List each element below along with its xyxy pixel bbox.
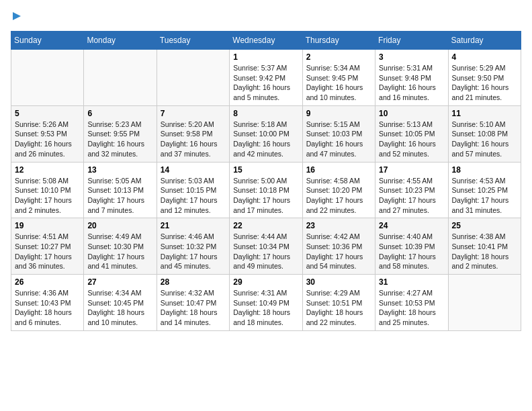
day-info: Sunset: 10:18 PM xyxy=(233,185,298,195)
day-info: Daylight: 18 hours xyxy=(306,308,371,318)
calendar-cell: 31Sunrise: 4:27 AMSunset: 10:53 PMDaylig… xyxy=(375,275,448,331)
day-info: Sunset: 10:41 PM xyxy=(452,242,517,252)
day-info: and 57 minutes. xyxy=(452,149,517,159)
day-info: Sunrise: 4:40 AM xyxy=(379,232,444,242)
day-info: Daylight: 18 hours xyxy=(379,308,444,318)
calendar-cell: 1Sunrise: 5:37 AMSunset: 9:42 PMDaylight… xyxy=(230,50,302,106)
day-info: Daylight: 17 hours xyxy=(452,195,517,205)
day-info: Sunrise: 4:27 AM xyxy=(379,288,444,298)
day-number: 22 xyxy=(233,221,298,230)
day-info: and 22 minutes. xyxy=(306,318,371,328)
day-info: Sunrise: 4:51 AM xyxy=(15,232,80,242)
day-of-week-header: Friday xyxy=(375,32,448,50)
day-info: and 18 minutes. xyxy=(233,318,298,328)
calendar-cell: 13Sunrise: 5:05 AMSunset: 10:13 PMDaylig… xyxy=(84,162,157,218)
day-number: 3 xyxy=(379,52,444,62)
calendar-cell: 3Sunrise: 5:31 AMSunset: 9:48 PMDaylight… xyxy=(375,50,448,106)
calendar-cell: 16Sunrise: 4:58 AMSunset: 10:20 PMDaylig… xyxy=(302,162,375,218)
day-info: and 49 minutes. xyxy=(233,261,298,271)
day-number: 2 xyxy=(306,52,371,62)
calendar-week-row: 12Sunrise: 5:08 AMSunset: 10:10 PMDaylig… xyxy=(11,162,521,218)
calendar-cell: 21Sunrise: 4:46 AMSunset: 10:32 PMDaylig… xyxy=(157,218,229,275)
day-info: Sunset: 10:30 PM xyxy=(87,242,152,252)
day-info: Sunset: 10:13 PM xyxy=(87,185,152,195)
day-info: Sunset: 10:27 PM xyxy=(15,242,80,252)
day-info: Daylight: 17 hours xyxy=(15,195,80,205)
day-info: Sunset: 9:50 PM xyxy=(452,73,517,83)
day-info: Sunrise: 4:55 AM xyxy=(379,176,444,186)
day-info: Sunrise: 5:29 AM xyxy=(452,63,517,73)
day-info: Sunrise: 4:38 AM xyxy=(452,232,517,242)
day-info: Sunset: 10:36 PM xyxy=(306,242,371,252)
day-info: Daylight: 16 hours xyxy=(306,139,371,149)
day-number: 9 xyxy=(306,109,371,118)
calendar-cell: 7Sunrise: 5:20 AMSunset: 9:58 PMDaylight… xyxy=(157,105,229,162)
logo-flag-icon xyxy=(11,11,22,21)
day-info: Sunset: 10:05 PM xyxy=(379,129,444,139)
day-info: and 7 minutes. xyxy=(87,205,152,216)
day-number: 5 xyxy=(15,109,80,118)
calendar-week-row: 1Sunrise: 5:37 AMSunset: 9:42 PMDaylight… xyxy=(11,50,521,106)
day-info: Sunset: 10:34 PM xyxy=(233,242,298,252)
day-of-week-header: Wednesday xyxy=(230,32,302,50)
day-info: and 47 minutes. xyxy=(306,149,371,159)
day-info: Daylight: 18 hours xyxy=(161,308,226,318)
day-info: Sunrise: 4:53 AM xyxy=(452,176,517,186)
day-number: 12 xyxy=(15,165,80,175)
day-info: Sunset: 10:45 PM xyxy=(87,298,152,308)
day-number: 6 xyxy=(87,109,152,118)
calendar-cell: 9Sunrise: 5:15 AMSunset: 10:03 PMDayligh… xyxy=(302,105,375,162)
day-info: Daylight: 17 hours xyxy=(379,195,444,205)
day-info: and 2 minutes. xyxy=(15,205,80,216)
day-info: Daylight: 17 hours xyxy=(161,195,226,205)
day-info: and 27 minutes. xyxy=(379,205,444,216)
day-info: and 6 minutes. xyxy=(15,318,80,328)
calendar-cell: 2Sunrise: 5:34 AMSunset: 9:45 PMDaylight… xyxy=(302,50,375,106)
calendar-cell: 5Sunrise: 5:26 AMSunset: 9:53 PMDaylight… xyxy=(11,105,84,162)
day-info: Sunrise: 5:13 AM xyxy=(379,120,444,130)
day-number: 7 xyxy=(161,109,226,118)
day-info: Sunrise: 4:34 AM xyxy=(87,288,152,298)
day-info: and 21 minutes. xyxy=(452,93,517,103)
day-info: and 12 minutes. xyxy=(161,205,226,216)
day-info: and 54 minutes. xyxy=(306,261,371,271)
day-info: Sunrise: 4:32 AM xyxy=(161,288,226,298)
calendar-cell: 4Sunrise: 5:29 AMSunset: 9:50 PMDaylight… xyxy=(448,50,521,106)
day-info: Sunrise: 5:08 AM xyxy=(15,176,80,186)
calendar-cell: 15Sunrise: 5:00 AMSunset: 10:18 PMDaylig… xyxy=(230,162,302,218)
day-number: 17 xyxy=(379,165,444,175)
day-info: and 5 minutes. xyxy=(233,93,298,103)
calendar-cell: 17Sunrise: 4:55 AMSunset: 10:23 PMDaylig… xyxy=(375,162,448,218)
day-number: 30 xyxy=(306,277,371,287)
day-info: Sunset: 9:53 PM xyxy=(15,129,80,139)
day-info: and 10 minutes. xyxy=(87,318,152,328)
day-number: 23 xyxy=(306,221,371,230)
day-info: and 37 minutes. xyxy=(161,149,226,159)
calendar-cell: 10Sunrise: 5:13 AMSunset: 10:05 PMDaylig… xyxy=(375,105,448,162)
calendar-cell xyxy=(157,50,229,106)
day-info: Sunset: 10:49 PM xyxy=(233,298,298,308)
day-info: Sunset: 9:55 PM xyxy=(87,129,152,139)
day-info: and 10 minutes. xyxy=(306,93,371,103)
day-info: and 31 minutes. xyxy=(452,205,517,216)
day-info: Daylight: 18 hours xyxy=(87,308,152,318)
day-info: Daylight: 17 hours xyxy=(306,252,371,262)
day-of-week-header: Saturday xyxy=(448,32,521,50)
day-info: and 22 minutes. xyxy=(306,205,371,216)
calendar-header-row: SundayMondayTuesdayWednesdayThursdayFrid… xyxy=(11,32,521,50)
calendar-cell xyxy=(84,50,157,106)
day-info: Sunset: 10:08 PM xyxy=(452,129,517,139)
day-info: Sunset: 10:03 PM xyxy=(306,129,371,139)
day-info: Sunrise: 5:26 AM xyxy=(15,120,80,130)
day-info: and 2 minutes. xyxy=(452,261,517,271)
calendar-week-row: 19Sunrise: 4:51 AMSunset: 10:27 PMDaylig… xyxy=(11,218,521,275)
day-info: Daylight: 17 hours xyxy=(87,252,152,262)
day-number: 24 xyxy=(379,221,444,230)
day-number: 26 xyxy=(15,277,80,287)
calendar-cell: 18Sunrise: 4:53 AMSunset: 10:25 PMDaylig… xyxy=(448,162,521,218)
day-of-week-header: Sunday xyxy=(11,32,84,50)
calendar-cell: 29Sunrise: 4:31 AMSunset: 10:49 PMDaylig… xyxy=(230,275,302,331)
day-info: Daylight: 17 hours xyxy=(233,252,298,262)
day-info: Sunset: 9:48 PM xyxy=(379,73,444,83)
day-info: Daylight: 17 hours xyxy=(15,252,80,262)
